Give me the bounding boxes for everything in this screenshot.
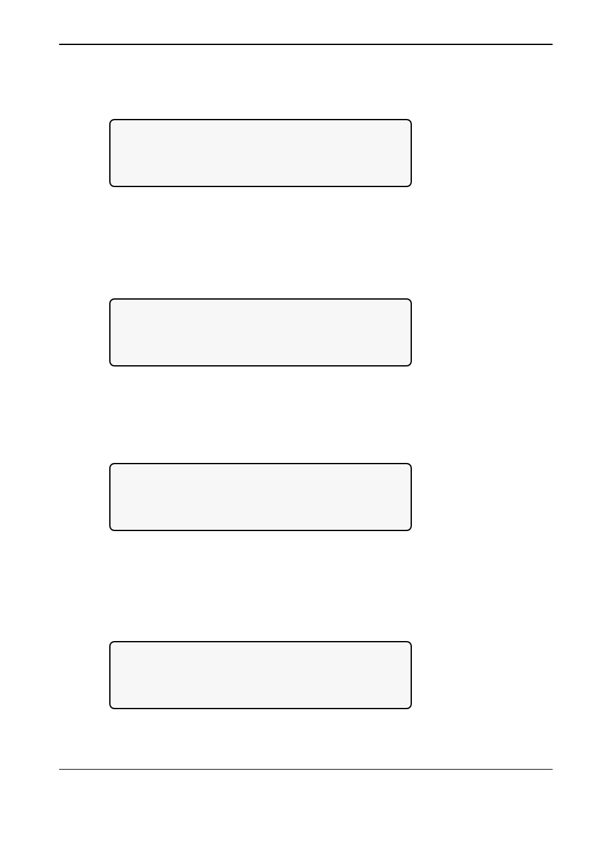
diagram-box-4: [109, 641, 412, 709]
diagram-box-1: [109, 119, 412, 187]
top-rule: [59, 44, 553, 45]
bottom-rule: [59, 769, 553, 770]
diagram-box-2: [109, 298, 412, 366]
diagram-box-3: [109, 463, 412, 531]
